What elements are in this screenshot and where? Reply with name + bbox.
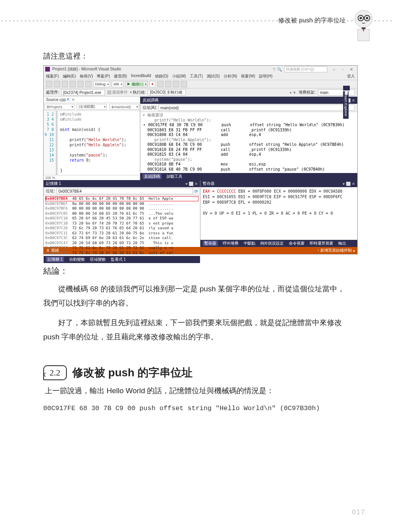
tab-output[interactable]: 輸出: [338, 241, 346, 245]
vs-title: Project1 [偵錯] - Microsoft Visual Studio: [52, 66, 121, 72]
undo-icon[interactable]: [77, 81, 84, 87]
reg-bottom-tabs: 暫存器 呼叫堆疊 中斷點 例外狀況設定 命令視窗 即時運算視窗 輸出: [200, 240, 357, 247]
config-dropdown[interactable]: Debug: [93, 81, 110, 87]
panel-menu-icon[interactable]: ▾ ⬜ ✕: [343, 182, 355, 186]
code-block: 00C917FE 68 30 7B C9 00 push offset stri…: [43, 403, 350, 414]
save-all-icon[interactable]: [70, 81, 76, 87]
code-editor-panel: Source.cpp ⇱✕ ⚙ Project1 (全域範圍) ⊕ main(v…: [44, 97, 140, 180]
notice-text: 請注意這裡：: [43, 51, 350, 61]
status-left: ⏸ 就緒: [46, 248, 59, 253]
continue-button[interactable]: ▶ 繼續(C): [125, 81, 148, 87]
section-number-bubble: 2.2: [43, 365, 67, 380]
menu-item[interactable]: 檢視(V): [80, 74, 93, 79]
disasm-bottom-tabs: 反組譯碼 診斷工具: [140, 173, 357, 180]
menu-item[interactable]: 專案(P): [97, 74, 110, 79]
conclusion-heading: 結論：: [43, 265, 350, 276]
svg-point-4: [366, 17, 368, 19]
zoom-level[interactable]: 100 %: [44, 175, 140, 180]
vs-menubar: 檔案(F) 編輯(E) 檢視(V) 專案(P) 建置(B) Incredibui…: [44, 73, 357, 80]
tab-diag[interactable]: 診斷工具: [167, 174, 182, 179]
scope-project[interactable]: ⚙ Project1: [44, 104, 74, 110]
process-dropdown[interactable]: [0x2374] Project1.exe: [61, 89, 105, 96]
page-number: 017: [352, 508, 365, 516]
rtab-solution[interactable]: 方案總管: [343, 86, 350, 90]
tab-except[interactable]: 例外狀況設定: [260, 241, 284, 245]
disasm-addr-input[interactable]: main(void): [158, 105, 355, 111]
mem-addr-label: 位址:: [46, 188, 55, 194]
tab-disasm[interactable]: 反組譯碼: [143, 174, 162, 179]
thread-label: • 執行緒:: [130, 90, 145, 95]
svg-rect-6: [362, 28, 365, 29]
body-para-1: 從機械碼 68 的後頭我們可以推到那一定是 push 某個字串的位址，而從這個位…: [43, 282, 350, 310]
lifecycle-label: ▦ 週期事件: [107, 90, 128, 95]
mem-title: 記憶體 1: [46, 181, 61, 186]
step-icon[interactable]: [157, 81, 163, 87]
tab-callstack[interactable]: 呼叫堆疊: [223, 241, 239, 245]
save-icon[interactable]: [62, 81, 68, 87]
tab-bp[interactable]: 中斷點: [244, 241, 255, 245]
panel-menu-icon[interactable]: ▾ ⬜ ✕: [185, 182, 198, 186]
memory-panel: 記憶體 1▾ ⬜ ✕ 位址: 0x00C97BE4 ⟳ 0x00C97BE4 4…: [44, 180, 200, 247]
thread-dropdown[interactable]: [0x26C0] 主執行緒: [148, 89, 186, 96]
tab-imm[interactable]: 即時運算視窗: [310, 241, 333, 245]
vs-titlebar: Project1 [偵錯] - Microsoft Visual Studio …: [44, 66, 357, 73]
tab-mem1[interactable]: 記憶體 1: [46, 257, 64, 262]
header-label: 修改被 push 的字串位址: [278, 17, 346, 25]
frame-label: 堆疊框架:: [299, 90, 316, 95]
section-title: 修改被 push 的字串位址: [72, 365, 193, 380]
refresh-icon[interactable]: ⟳: [195, 189, 198, 193]
menu-item[interactable]: Incredibuild: [131, 74, 151, 79]
status-right[interactable]: ↑ 新增至原始檔控制 ▴: [317, 248, 355, 253]
mem-addr-input[interactable]: 0x00C97BE4: [57, 188, 193, 194]
section-subtitle: 上一節說過，輸出 Hello World 的話，記憶體位址與機械碼的情況是：: [45, 386, 350, 396]
step-into-icon[interactable]: [165, 81, 171, 87]
menu-item[interactable]: 工具(T): [190, 74, 203, 79]
menu-item[interactable]: 編輯(E): [63, 74, 76, 79]
menu-item[interactable]: 小組(M): [172, 74, 186, 79]
svg-point-3: [360, 17, 362, 19]
reg-title: 暫存器: [203, 181, 215, 186]
body-para-2: 好了，本節就暫且先到這裡結束，下一節我們要來玩個把戲，就是從記憶體當中來修改 p…: [43, 316, 350, 344]
vs-toolbar2: 處理序: [0x2374] Project1.exe ▦ 週期事件 • 執行緒:…: [44, 88, 357, 97]
nav-fwd-icon[interactable]: [54, 81, 60, 87]
step-out-icon[interactable]: [181, 81, 187, 87]
redo-icon[interactable]: [85, 81, 92, 87]
window-buttons[interactable]: –▫✕: [330, 67, 356, 72]
step-over-icon[interactable]: [173, 81, 179, 87]
tab-locals[interactable]: 區域變數: [90, 257, 106, 261]
menu-item[interactable]: 偵錯(D): [155, 74, 168, 79]
disasm-listing[interactable]: ▾ 檢視選項 printf("Hello World\n"); ⚬ 00C917…: [140, 112, 357, 173]
quick-launch-icon: ▽ 🔍: [273, 67, 282, 72]
process-label: 處理序:: [46, 90, 59, 95]
scope-global[interactable]: (全域範圍): [77, 104, 107, 110]
tab-reg[interactable]: 暫存器: [203, 241, 218, 246]
menu-item[interactable]: 測試(S): [207, 74, 220, 79]
mem-bottom-tabs: 記憶體 1 自動變數 區域變數 監看式 1: [44, 256, 200, 263]
menu-item[interactable]: 檔案(F): [46, 74, 59, 79]
menu-item[interactable]: 說明(H): [259, 74, 272, 79]
login-link[interactable]: 登入: [347, 74, 355, 79]
disassembly-panel: 反組譯碼▾ ⬜ ✕ 位址(A): main(void) ▾ 檢視選項 print…: [140, 97, 357, 180]
rtab-team[interactable]: Team Explorer: [343, 91, 349, 119]
mem-listing[interactable]: 0x00C97BE4 48 65 6c 6c 6f 20 41 70 70 6c…: [44, 195, 200, 256]
menu-item[interactable]: 視窗(W): [241, 74, 255, 79]
platform-dropdown[interactable]: x86: [112, 81, 124, 87]
code-tab[interactable]: Source.cpp ⇱✕: [44, 97, 140, 103]
nav-back-icon[interactable]: [46, 81, 52, 87]
menu-item[interactable]: 分析(N): [224, 74, 237, 79]
menu-item[interactable]: 建置(B): [114, 74, 127, 79]
disasm-addr-label: 位址(A):: [143, 105, 157, 110]
tab-cmd[interactable]: 命令視窗: [289, 241, 305, 245]
pause-icon[interactable]: ■: [149, 81, 156, 87]
close-icon[interactable]: ✕: [72, 98, 75, 102]
reg-listing: EAX = CCCCCCCC EBX = 00F8F000 ECX = 0000…: [200, 187, 357, 240]
scope-func[interactable]: ⊕ main(void): [109, 104, 139, 110]
register-panel: 暫存器▾ ⬜ ✕ EAX = CCCCCCCC EBX = 00F8F000 E…: [200, 180, 357, 247]
disasm-title: 反組譯碼: [143, 98, 158, 103]
quick-launch-input[interactable]: 快速啟動 (Ctrl+Q): [284, 66, 327, 72]
vs-window: Project1 [偵錯] - Microsoft Visual Studio …: [43, 65, 358, 254]
code-area[interactable]: 1 2 3 4 5 6 7 8 9 10 11 12 13 14 15 ⊟#in…: [44, 111, 140, 175]
tab-autos[interactable]: 自動變數: [69, 257, 85, 261]
tab-watch[interactable]: 監看式 1: [111, 257, 126, 261]
vs-toolbar: Debug x86 ▶ 繼續(C) ■: [44, 80, 357, 88]
